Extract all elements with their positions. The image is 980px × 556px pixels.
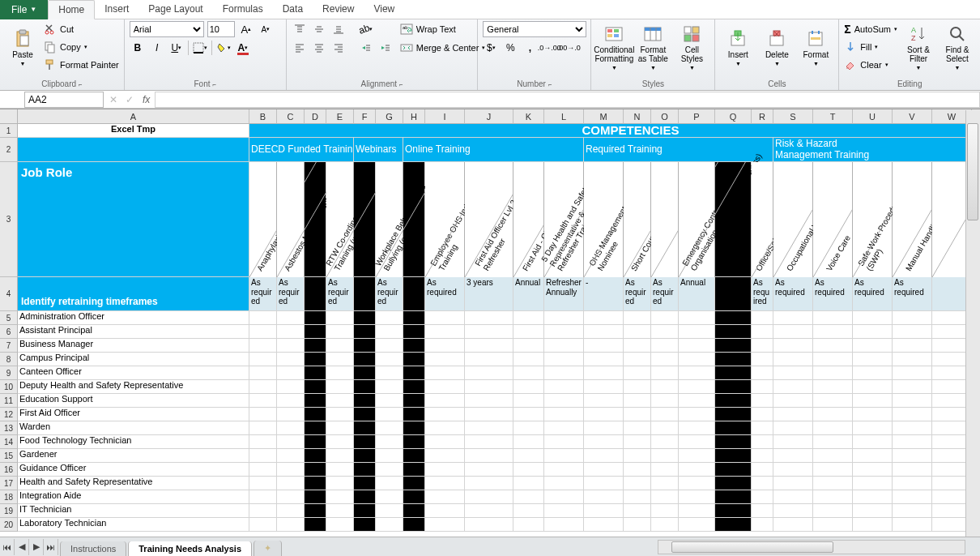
black-col[interactable] xyxy=(354,277,376,311)
diag-header[interactable]: Safe Work Procedures (SWP) xyxy=(853,162,893,277)
vertical-scrollbar[interactable] xyxy=(965,110,980,537)
cell[interactable] xyxy=(893,311,932,325)
role-cell[interactable]: Campus Principal xyxy=(18,353,249,366)
cell[interactable] xyxy=(249,421,277,435)
row-header-17[interactable]: 17 xyxy=(0,477,18,490)
col-header-I[interactable]: I xyxy=(425,109,465,124)
cell[interactable] xyxy=(584,449,624,463)
cell[interactable] xyxy=(813,311,853,325)
timeframe-cell[interactable]: As required xyxy=(773,277,813,311)
row-header-20[interactable]: 20 xyxy=(0,518,18,532)
cell[interactable] xyxy=(893,421,932,435)
role-cell[interactable]: Canteen Officer xyxy=(18,366,249,380)
cell[interactable] xyxy=(326,408,354,421)
col-header-B[interactable]: B xyxy=(249,109,277,124)
cell[interactable] xyxy=(513,490,544,504)
black-col[interactable] xyxy=(403,394,425,408)
enter-icon[interactable]: ✓ xyxy=(121,92,138,108)
black-col[interactable] xyxy=(305,325,326,339)
cancel-icon[interactable]: ✕ xyxy=(105,92,121,108)
cell[interactable] xyxy=(853,518,893,532)
cell[interactable] xyxy=(376,380,403,394)
cell[interactable] xyxy=(277,435,305,449)
cell[interactable] xyxy=(513,463,544,477)
format-cells-button[interactable]: Format▼ xyxy=(798,21,833,75)
clear-button[interactable]: Clear▾ xyxy=(844,57,897,73)
cell[interactable] xyxy=(584,339,624,353)
cell[interactable] xyxy=(277,394,305,408)
cell[interactable] xyxy=(277,490,305,504)
row-header-7[interactable]: 7 xyxy=(0,339,18,353)
cell[interactable] xyxy=(584,518,624,532)
timeframe-cell[interactable]: As required xyxy=(853,277,893,311)
file-tab[interactable]: File▼ xyxy=(0,0,48,19)
cell[interactable] xyxy=(544,394,584,408)
cell[interactable] xyxy=(752,463,773,477)
row-header-15[interactable]: 15 xyxy=(0,449,18,463)
diag-header[interactable]: Workplace Behaviour and Bullying (online… xyxy=(376,162,403,277)
cell[interactable] xyxy=(425,408,465,421)
cell[interactable] xyxy=(513,435,544,449)
cell[interactable] xyxy=(465,518,513,532)
cell[interactable] xyxy=(425,394,465,408)
autosum-button[interactable]: ΣAutoSum▾ xyxy=(844,21,897,37)
copy-button[interactable]: Copy▾ xyxy=(44,39,119,55)
fx-icon[interactable]: fx xyxy=(138,94,155,105)
cut-button[interactable]: Cut xyxy=(44,21,119,37)
cell[interactable] xyxy=(893,325,932,339)
sheet-tab-training-needs-analysis[interactable]: Training Needs Analysis xyxy=(128,541,252,557)
cell[interactable] xyxy=(679,490,715,504)
cell[interactable] xyxy=(624,477,651,490)
diag-header[interactable]: Anaphylaxis Training xyxy=(249,162,277,277)
cell[interactable] xyxy=(651,421,679,435)
black-col[interactable] xyxy=(354,435,376,449)
cell[interactable] xyxy=(277,366,305,380)
cell[interactable] xyxy=(18,138,249,162)
col-header-D[interactable]: D xyxy=(305,109,326,124)
competencies-header[interactable]: COMPETENCIES xyxy=(249,124,980,138)
cell[interactable] xyxy=(544,518,584,532)
cat-deecd[interactable]: DEECD Funded Training xyxy=(249,138,354,162)
black-col[interactable] xyxy=(305,449,326,463)
cell[interactable] xyxy=(326,380,354,394)
cell[interactable] xyxy=(853,504,893,518)
cell[interactable] xyxy=(624,504,651,518)
horizontal-scrollbar[interactable] xyxy=(658,540,965,554)
orientation-button[interactable]: ab▾ xyxy=(358,21,374,37)
cell[interactable] xyxy=(773,339,813,353)
black-col[interactable] xyxy=(354,477,376,490)
cell[interactable] xyxy=(651,477,679,490)
cell[interactable] xyxy=(651,435,679,449)
col-header-C[interactable]: C xyxy=(277,109,305,124)
timeframe-cell[interactable]: As required xyxy=(277,277,305,311)
diag-header[interactable]: Voice Care xyxy=(813,162,853,277)
cell[interactable] xyxy=(544,477,584,490)
cell[interactable] xyxy=(679,366,715,380)
cell[interactable] xyxy=(893,518,932,532)
black-col[interactable] xyxy=(715,353,752,366)
cell[interactable] xyxy=(853,353,893,366)
row-header-4[interactable]: 4 xyxy=(0,277,18,311)
cell[interactable] xyxy=(249,435,277,449)
cell[interactable] xyxy=(679,449,715,463)
cell[interactable] xyxy=(893,463,932,477)
cell[interactable] xyxy=(679,504,715,518)
black-col[interactable] xyxy=(305,518,326,532)
black-col[interactable] xyxy=(354,380,376,394)
cell[interactable] xyxy=(752,353,773,366)
role-cell[interactable]: Administration Officer xyxy=(18,311,249,325)
sheet-nav-next[interactable]: ▶ xyxy=(29,539,44,555)
cell[interactable] xyxy=(465,504,513,518)
ribbon-tab-page-layout[interactable]: Page Layout xyxy=(138,0,212,19)
cell[interactable] xyxy=(853,435,893,449)
cell[interactable] xyxy=(465,463,513,477)
cell[interactable] xyxy=(326,463,354,477)
col-header-J[interactable]: J xyxy=(465,109,513,124)
cell[interactable] xyxy=(513,380,544,394)
black-col[interactable] xyxy=(403,463,425,477)
number-format-select[interactable]: General xyxy=(483,21,586,37)
cell[interactable] xyxy=(584,394,624,408)
black-col[interactable] xyxy=(403,477,425,490)
cell[interactable] xyxy=(752,380,773,394)
black-col[interactable] xyxy=(305,408,326,421)
